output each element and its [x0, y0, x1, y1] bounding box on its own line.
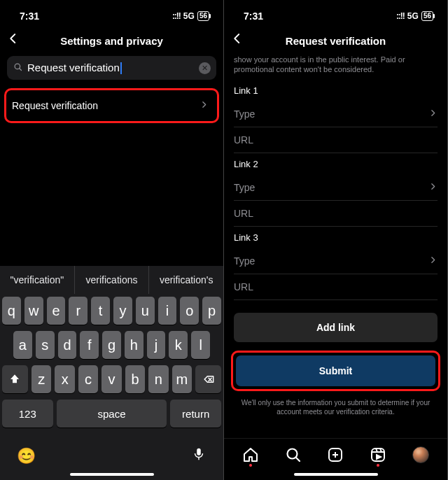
link-url-field[interactable]: URL — [234, 274, 438, 300]
key-row-3: z x c v b n m — [2, 365, 221, 393]
search-input[interactable]: Request verification ✕ — [7, 56, 216, 80]
back-button[interactable] — [7, 32, 20, 45]
back-button[interactable] — [231, 32, 244, 45]
svg-line-1 — [20, 68, 22, 70]
key-z[interactable]: z — [31, 365, 51, 393]
key-l[interactable]: l — [191, 331, 210, 359]
key-123[interactable]: 123 — [2, 400, 53, 428]
link-label: Link 1 — [234, 85, 438, 96]
svg-line-7 — [295, 457, 300, 461]
avatar — [412, 446, 429, 463]
chevron-right-icon — [200, 100, 209, 111]
key-n[interactable]: n — [148, 365, 168, 393]
add-link-button[interactable]: Add link — [234, 313, 438, 342]
status-time: 7:31 — [20, 10, 39, 22]
footnote-text: We'll only use the information you submi… — [238, 398, 433, 416]
key-row-1: q w e r t y u i o p — [2, 297, 221, 325]
key-k[interactable]: k — [169, 331, 188, 359]
key-j[interactable]: j — [147, 331, 166, 359]
link-url-field[interactable]: URL — [234, 127, 438, 153]
tab-home[interactable] — [241, 446, 260, 464]
status-icons: ::!! 5G 56 — [396, 11, 433, 21]
key-d[interactable]: d — [58, 331, 77, 359]
key-c[interactable]: c — [78, 365, 98, 393]
key-space[interactable]: space — [57, 400, 167, 428]
status-time: 7:31 — [244, 10, 263, 22]
battery-icon: 56 — [197, 11, 209, 21]
key-backspace[interactable] — [195, 365, 221, 393]
search-icon — [13, 62, 23, 75]
key-q[interactable]: q — [2, 297, 21, 325]
tab-create[interactable] — [326, 446, 344, 464]
search-value: Request verification — [27, 62, 195, 75]
key-w[interactable]: w — [24, 297, 43, 325]
form-body: show your account is in the public inter… — [224, 53, 447, 438]
link-section-3: Link 3 Type URL — [234, 232, 438, 300]
key-e[interactable]: e — [47, 297, 66, 325]
key-shift[interactable] — [2, 365, 28, 393]
status-icons: ::!! 5G 56 — [172, 11, 209, 21]
result-label: Request verification — [12, 100, 98, 111]
key-row-4: 123 space return — [2, 400, 221, 428]
home-indicator[interactable] — [70, 473, 154, 476]
keyboard-suggestions: "verification" verifications verificatio… — [0, 266, 223, 294]
key-i[interactable]: i — [158, 297, 177, 325]
notification-dot-icon — [249, 464, 252, 467]
key-p[interactable]: p — [202, 297, 221, 325]
key-g[interactable]: g — [102, 331, 121, 359]
header: Request verification — [224, 28, 447, 53]
description-text: show your account is in the public inter… — [234, 55, 438, 74]
signal-icon: ::!! — [396, 11, 405, 21]
key-row-2: a s d f g h j k l — [2, 331, 221, 359]
phone-verification-form-screen: 7:31 ::!! 5G 56 Request verification sho… — [224, 0, 448, 480]
key-t[interactable]: t — [91, 297, 110, 325]
key-return[interactable]: return — [170, 400, 221, 428]
key-v[interactable]: v — [102, 365, 121, 393]
key-a[interactable]: a — [13, 331, 32, 359]
submit-button[interactable]: Submit — [236, 355, 435, 386]
key-m[interactable]: m — [172, 365, 192, 393]
suggestion[interactable]: verifications — [75, 266, 150, 294]
tab-reels[interactable] — [369, 446, 387, 464]
page-title: Request verification — [286, 35, 386, 47]
keyboard-bottom-row: 😊 — [0, 438, 223, 470]
network-label: 5G — [183, 11, 195, 21]
status-bar: 7:31 ::!! 5G 56 — [224, 0, 447, 28]
key-b[interactable]: b — [125, 365, 145, 393]
battery-icon: 56 — [421, 11, 433, 21]
suggestion[interactable]: "verification" — [0, 266, 75, 294]
keyboard: "verification" verifications verificatio… — [0, 266, 223, 480]
home-indicator[interactable] — [294, 473, 378, 476]
suggestion[interactable]: verification's — [149, 266, 223, 294]
emoji-button[interactable]: 😊 — [17, 447, 36, 465]
search-result-request-verification[interactable]: Request verification — [4, 88, 219, 123]
link-label: Link 3 — [234, 232, 438, 243]
header: Settings and privacy — [0, 28, 223, 53]
key-x[interactable]: x — [55, 365, 74, 393]
chevron-right-icon — [428, 255, 438, 267]
tab-search[interactable] — [284, 446, 302, 464]
network-label: 5G — [407, 11, 419, 21]
key-r[interactable]: r — [69, 297, 88, 325]
tab-profile[interactable] — [412, 446, 430, 464]
link-type-field[interactable]: Type — [234, 175, 438, 201]
link-type-field[interactable]: Type — [234, 101, 438, 127]
page-title: Settings and privacy — [60, 35, 163, 47]
key-u[interactable]: u — [136, 297, 155, 325]
search-container: Request verification ✕ — [0, 53, 223, 85]
status-bar: 7:31 ::!! 5G 56 — [0, 0, 223, 28]
tab-bar — [224, 438, 447, 470]
notification-dot-icon — [377, 464, 379, 467]
key-s[interactable]: s — [36, 331, 55, 359]
text-cursor — [120, 62, 122, 74]
link-url-field[interactable]: URL — [234, 201, 438, 227]
key-y[interactable]: y — [113, 297, 132, 325]
dictation-button[interactable] — [191, 446, 206, 466]
key-f[interactable]: f — [80, 331, 99, 359]
key-o[interactable]: o — [180, 297, 199, 325]
submit-highlight: Submit — [231, 351, 440, 391]
key-h[interactable]: h — [125, 331, 144, 359]
link-type-field[interactable]: Type — [234, 248, 438, 274]
phone-settings-screen: 7:31 ::!! 5G 56 Settings and privacy Req… — [0, 0, 224, 480]
clear-search-button[interactable]: ✕ — [199, 62, 211, 74]
